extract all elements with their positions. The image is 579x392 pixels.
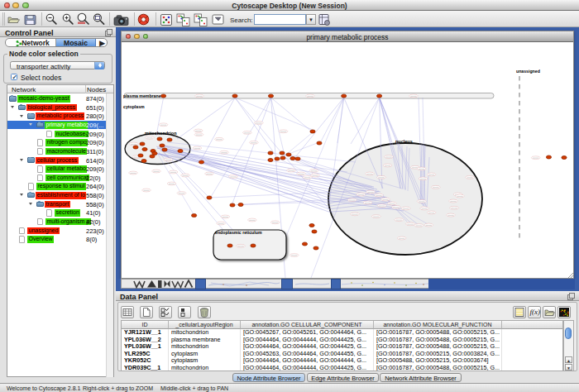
svg-text:plasma membrane: plasma membrane <box>123 93 161 98</box>
svg-text:unassigned: unassigned <box>516 69 540 74</box>
svg-text:endoplasmic reticulum: endoplasmic reticulum <box>215 230 262 235</box>
svg-text:mitochondrion: mitochondrion <box>145 131 177 136</box>
svg-text:cytoplasm: cytoplasm <box>123 104 145 109</box>
svg-text:nucleus: nucleus <box>395 139 413 144</box>
